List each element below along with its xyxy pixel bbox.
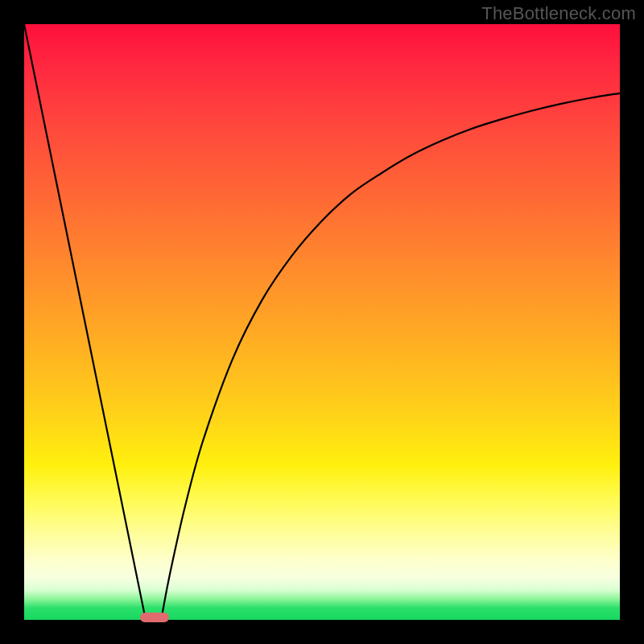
optimum-marker bbox=[140, 613, 169, 622]
plot-area bbox=[24, 24, 620, 620]
curve-layer bbox=[24, 24, 620, 620]
watermark-text: TheBottleneck.com bbox=[481, 3, 636, 24]
curve-right-segment bbox=[161, 93, 620, 620]
chart-frame: TheBottleneck.com bbox=[0, 0, 644, 644]
curve-left-segment bbox=[24, 24, 146, 620]
